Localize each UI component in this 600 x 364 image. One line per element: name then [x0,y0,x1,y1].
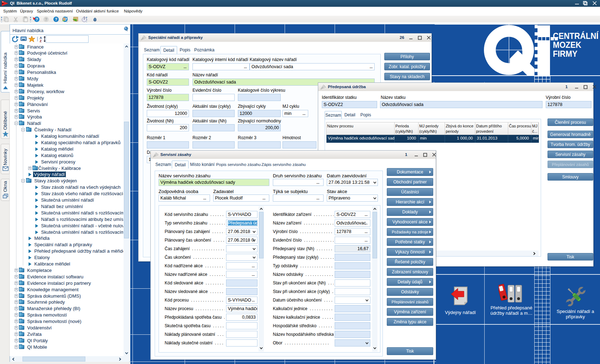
svg-text:?: ? [55,17,58,21]
svg-text:?: ? [36,17,38,21]
svg-text:?: ? [45,17,48,21]
svg-text:Z: Z [40,39,42,42]
